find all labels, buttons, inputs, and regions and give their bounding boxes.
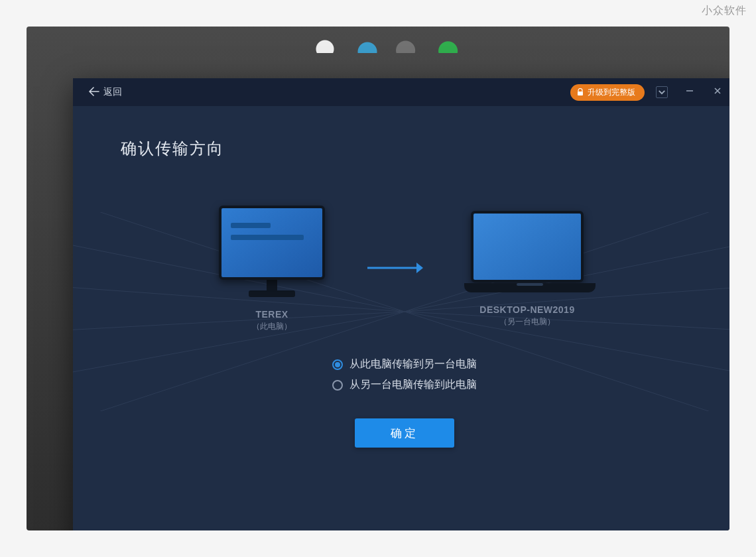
target-name: DESKTOP-NEW2019	[479, 304, 574, 315]
minimize-icon	[685, 86, 694, 98]
watermark-text: 小众软件	[702, 4, 747, 18]
app-window: 返回 升级到完整版	[73, 78, 729, 530]
close-button[interactable]	[707, 83, 728, 101]
target-device: DESKTOP-NEW2019 （另一台电脑）	[464, 211, 590, 328]
titlebar: 返回 升级到完整版	[73, 78, 729, 106]
direction-options: 从此电脑传输到另一台电脑 从另一台电脑传输到此电脑	[121, 357, 688, 392]
source-name: TEREX	[252, 309, 292, 320]
option-from-other-label: 从另一台电脑传输到此电脑	[349, 378, 477, 392]
option-to-other[interactable]: 从此电脑传输到另一台电脑	[332, 357, 477, 371]
arrow-right-icon	[365, 258, 424, 280]
desktop-background: 返回 升级到完整版	[27, 27, 729, 530]
option-to-other-label: 从此电脑传输到另一台电脑	[349, 357, 477, 371]
confirm-button[interactable]: 确定	[355, 418, 454, 448]
page-title: 确认传输方向	[121, 138, 688, 159]
upgrade-label: 升级到完整版	[588, 87, 635, 98]
content-area: 确认传输方向 TEREX （此电脑）	[73, 106, 729, 530]
option-from-other[interactable]: 从另一台电脑传输到此电脑	[332, 378, 477, 392]
close-icon	[713, 86, 722, 98]
confirm-label: 确定	[391, 426, 418, 441]
back-label: 返回	[103, 86, 122, 98]
source-device: TEREX （此电脑）	[219, 206, 325, 332]
radio-checked-icon	[332, 359, 343, 370]
back-button[interactable]: 返回	[85, 84, 126, 101]
chevron-down-icon	[656, 86, 668, 98]
target-subtitle: （另一台电脑）	[479, 316, 574, 328]
laptop-icon	[464, 211, 590, 292]
transfer-diagram: TEREX （此电脑） DESKTOP-NEW2019 （另一台电脑）	[121, 206, 688, 332]
radio-unchecked-icon	[332, 380, 343, 391]
arrow-left-icon	[89, 87, 99, 98]
minimize-button[interactable]	[679, 83, 700, 101]
desktop-monitor-icon	[219, 206, 325, 297]
upgrade-button[interactable]: 升级到完整版	[570, 84, 645, 101]
svg-rect-0	[578, 92, 583, 95]
source-subtitle: （此电脑）	[252, 321, 292, 332]
lock-icon	[577, 88, 584, 96]
dropdown-button[interactable]	[651, 83, 672, 101]
